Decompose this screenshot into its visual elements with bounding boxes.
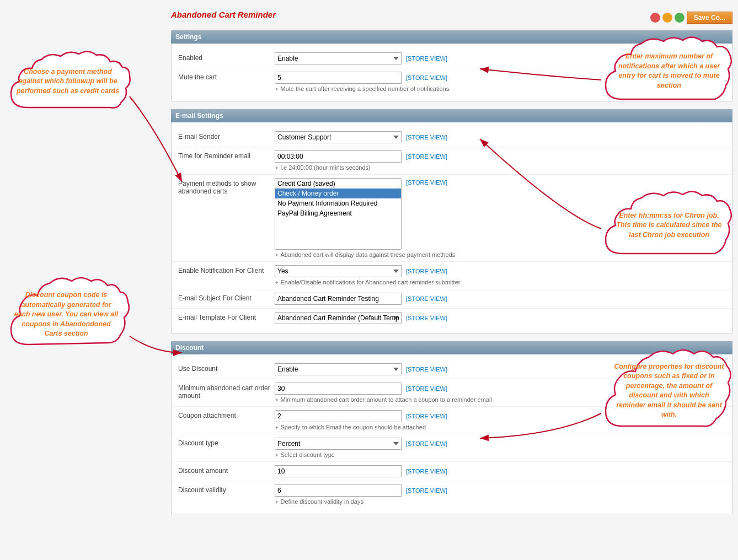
page-wrapper: Abandoned Cart Reminder Save Co... Setti… (0, 0, 738, 560)
subject-store-view[interactable]: [STORE VIEW] (406, 295, 447, 302)
coupon-attach-store-view[interactable]: [STORE VIEW] (406, 413, 447, 419)
cloud5-text: Configure properties for discount coupon… (608, 346, 730, 435)
template-row: E-mail Template For Client Abandoned Car… (172, 309, 732, 327)
discount-validity-input[interactable] (275, 484, 402, 497)
subject-row: E-mail Subject For Client [STORE VIEW] (172, 289, 732, 309)
sender-select[interactable]: Customer Support General Contact Sales R… (275, 131, 402, 143)
cloud4-text: Discount coupon code is automatically ge… (8, 276, 125, 354)
sender-label: E-mail Sender (178, 131, 275, 141)
payment-methods-label: Payment methods to show abandoned carts (178, 178, 275, 195)
discount-amount-input[interactable] (275, 465, 402, 477)
min-order-label: Minimum abandoned cart order amount (178, 383, 275, 400)
cloud1-text: Choose a payment method against which fo… (10, 49, 126, 115)
cloud3-text: Enter hh:mm:ss for Chron job. This time … (608, 190, 730, 261)
min-order-input[interactable] (275, 383, 402, 395)
mute-cart-label: Mute the cart (178, 72, 275, 81)
use-discount-label: Use Discount (178, 363, 275, 373)
cloud2-text: Enter maximum number of notifications af… (608, 36, 730, 106)
use-discount-select[interactable]: Enable Disable (275, 363, 402, 375)
coupon-attach-input[interactable] (275, 410, 402, 422)
save-config-button[interactable]: Save Co... (687, 12, 732, 24)
window-minimize-btn[interactable] (662, 13, 672, 23)
sender-row: E-mail Sender Customer Support General C… (172, 128, 732, 147)
discount-amount-row: Discount amount [STORE VIEW] (172, 462, 732, 481)
min-order-store-view[interactable]: [STORE VIEW] (406, 385, 447, 392)
page-title: Abandoned Cart Reminder (171, 10, 276, 19)
reminder-time-label: Time for Reminder email (178, 150, 275, 160)
template-label: E-mail Template For Client (178, 312, 275, 321)
use-discount-store-view[interactable]: [STORE VIEW] (406, 366, 447, 373)
notification-select[interactable]: Yes No (275, 265, 402, 277)
discount-validity-help: Define discount validity in days (275, 498, 725, 505)
payment-methods-listbox[interactable]: Credit Card (saved) Check / Money order … (275, 178, 402, 250)
discount-type-label: Discount type (178, 438, 275, 447)
enabled-select[interactable]: Enable Disable (275, 52, 402, 64)
discount-validity-store-view[interactable]: [STORE VIEW] (406, 487, 447, 494)
mute-cart-store-view[interactable]: [STORE VIEW] (406, 74, 447, 81)
discount-validity-label: Discount validity (178, 484, 275, 494)
window-maximize-btn[interactable] (675, 13, 684, 23)
discount-amount-store-view[interactable]: [STORE VIEW] (406, 468, 447, 475)
discount-type-help: Select discount type (275, 451, 725, 458)
discount-type-store-view[interactable]: [STORE VIEW] (406, 440, 447, 447)
notification-store-view[interactable]: [STORE VIEW] (406, 268, 447, 274)
notification-label: Enable Notification For Client (178, 265, 275, 274)
template-store-view[interactable]: [STORE VIEW] (406, 315, 447, 321)
reminder-time-row: Time for Reminder email [STORE VIEW] i.e… (172, 147, 732, 175)
mute-cart-input[interactable] (275, 72, 402, 84)
notification-help: Enable/Disable notifications for Abandon… (275, 279, 725, 286)
reminder-time-input[interactable] (275, 150, 402, 163)
discount-amount-label: Discount amount (178, 465, 275, 475)
subject-input[interactable] (275, 293, 402, 305)
template-select[interactable]: Abandoned Cart Reminder (Default Templat… (275, 312, 402, 324)
subject-label: E-mail Subject For Client (178, 293, 275, 302)
reminder-time-store-view[interactable]: [STORE VIEW] (406, 153, 447, 160)
coupon-attach-label: Coupon attachment (178, 410, 275, 419)
enabled-store-view[interactable]: [STORE VIEW] (406, 55, 447, 62)
discount-type-select[interactable]: Percent Fixed (275, 438, 402, 450)
sender-store-view[interactable]: [STORE VIEW] (406, 134, 447, 141)
discount-validity-row: Discount validity [STORE VIEW] Define di… (172, 481, 732, 508)
payment-methods-store-view[interactable]: [STORE VIEW] (406, 179, 447, 186)
window-close-btn[interactable] (650, 13, 660, 23)
enabled-label: Enabled (178, 52, 275, 62)
reminder-time-help: i.e 24:00:00 (hour:mints:seconds) (275, 164, 725, 171)
